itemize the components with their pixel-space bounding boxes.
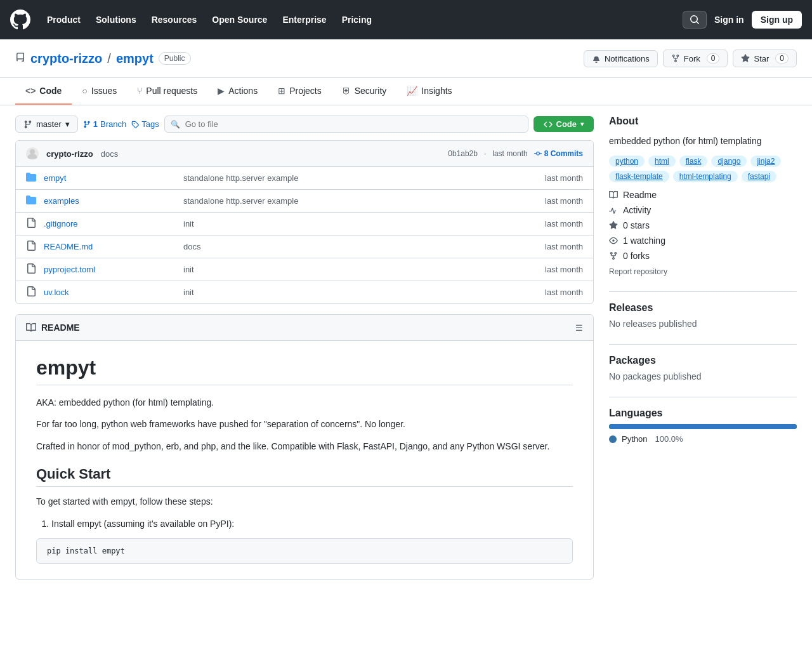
tag-item[interactable]: python: [609, 156, 645, 167]
report-link[interactable]: Report repository: [609, 267, 667, 276]
tab-code[interactable]: <> Code: [15, 78, 72, 105]
fork-count: 0: [707, 53, 720, 63]
forks-stat: 0 forks: [609, 251, 797, 261]
folder-icon: [26, 172, 39, 184]
content-area: master ▾ 1 Branch Tags 🔍 Co: [15, 116, 594, 580]
file-name-link[interactable]: uv.lock: [44, 288, 183, 297]
notifications-button[interactable]: Notifications: [584, 50, 658, 67]
file-name-link[interactable]: empyt: [44, 173, 183, 183]
github-logo[interactable]: [10, 10, 30, 30]
commit-user: crypto-rizzo: [46, 149, 93, 159]
no-releases: No releases published: [609, 319, 797, 329]
tag-item[interactable]: html-templating: [673, 171, 738, 182]
sidebar: About embedded python (for html) templat…: [609, 116, 797, 580]
nav-open-source[interactable]: Open Source: [206, 10, 273, 30]
table-row: empyt standalone http.server example las…: [16, 167, 593, 190]
sidebar-about: About embedded python (for html) templat…: [609, 116, 797, 276]
tag-item[interactable]: html: [648, 156, 676, 167]
folder-icon: [26, 195, 39, 207]
insights-icon: 📈: [407, 86, 417, 96]
divider-1: [609, 291, 797, 292]
about-desc: embedded python (for html) templating: [609, 135, 797, 148]
readme-link-label: Readme: [623, 190, 657, 200]
tag-item[interactable]: django: [711, 156, 747, 167]
nav-product[interactable]: Product: [41, 10, 87, 30]
main-content: master ▾ 1 Branch Tags 🔍 Co: [0, 105, 812, 590]
issues-icon: ○: [82, 86, 87, 96]
file-name-link[interactable]: examples: [44, 196, 183, 206]
code-btn-chevron: ▾: [580, 121, 584, 128]
repo-owner-link[interactable]: crypto-rizzo: [30, 51, 102, 66]
file-name-link[interactable]: .gitignore: [44, 219, 183, 229]
about-title: About: [609, 116, 797, 127]
file-icon: [26, 218, 39, 230]
readme-content: empyt AKA: embedded python (for html) te…: [16, 341, 593, 579]
readme-step-1: Install empyt (assuming it's available o…: [51, 517, 573, 531]
search-icon: 🔍: [171, 120, 180, 129]
tab-security[interactable]: ⛨ Security: [332, 78, 397, 105]
nav-resources[interactable]: Resources: [145, 10, 204, 30]
commit-avatar: [26, 147, 39, 160]
file-commit-msg: init: [183, 219, 520, 229]
readme-section: README ☰ empyt AKA: embedded python (for…: [15, 314, 594, 580]
activity-link[interactable]: Activity: [609, 205, 797, 215]
file-name-link[interactable]: README.md: [44, 242, 183, 251]
tab-pull-requests[interactable]: ⑂ Pull requests: [127, 78, 207, 105]
fork-label: Fork: [684, 54, 700, 63]
tab-issues[interactable]: ○ Issues: [72, 78, 127, 105]
code-btn-label: Code: [556, 119, 577, 129]
tag-item[interactable]: flask-template: [609, 171, 669, 182]
stars-stat: 0 stars: [609, 220, 797, 230]
divider-3: [609, 397, 797, 397]
file-search-input[interactable]: [164, 116, 528, 133]
notifications-label: Notifications: [605, 54, 650, 63]
python-bar-fill: [609, 424, 797, 429]
stars-label: 0 stars: [623, 220, 650, 230]
signup-button[interactable]: Sign up: [752, 11, 802, 29]
tags-link[interactable]: Tags: [131, 119, 159, 129]
file-search-wrapper: 🔍: [164, 116, 528, 133]
tab-projects[interactable]: ⊞ Projects: [268, 78, 332, 105]
repo-icon: [15, 51, 25, 66]
file-table-header: crypto-rizzo docs 0b1ab2b · last month 8…: [16, 141, 593, 167]
readme-link[interactable]: Readme: [609, 190, 797, 200]
file-time: last month: [520, 173, 583, 183]
search-button[interactable]: [683, 11, 707, 29]
file-commit-msg: init: [183, 288, 520, 297]
commits-link[interactable]: 8 Commits: [534, 149, 583, 158]
tab-insights[interactable]: 📈 Insights: [396, 78, 462, 105]
branch-chevron: ▾: [65, 119, 70, 129]
fork-button[interactable]: Fork 0: [663, 50, 728, 67]
file-commit-msg: standalone http.server example: [183, 196, 520, 206]
tag-item[interactable]: fastapi: [742, 171, 776, 182]
branch-selector[interactable]: master ▾: [15, 116, 78, 133]
nav-solutions[interactable]: Solutions: [89, 10, 143, 30]
branch-meta: 1 Branch Tags: [83, 119, 159, 129]
readme-p3: Crafted in honor of mod_python, erb, and…: [36, 439, 573, 453]
readme-menu-button[interactable]: ☰: [575, 323, 583, 333]
nav-pricing[interactable]: Pricing: [336, 10, 378, 30]
file-commit-msg: init: [183, 265, 520, 274]
file-time: last month: [520, 242, 583, 251]
file-icon: [26, 263, 39, 275]
tag-item[interactable]: jinja2: [750, 156, 781, 167]
actions-icon: ▶: [218, 86, 225, 96]
packages-title: Packages: [609, 355, 797, 366]
star-button[interactable]: Star 0: [733, 50, 797, 67]
branch-count-link[interactable]: 1 Branch: [83, 119, 126, 129]
table-row: examples standalone http.server example …: [16, 190, 593, 213]
file-name-link[interactable]: pyproject.toml: [44, 265, 183, 274]
top-nav-right: Sign in Sign up: [683, 11, 802, 29]
file-time: last month: [520, 265, 583, 274]
tab-actions[interactable]: ▶ Actions: [207, 78, 268, 105]
readme-h2: Quick Start: [36, 466, 573, 487]
table-row: pyproject.toml init last month: [16, 258, 593, 281]
language-bar: [609, 424, 797, 429]
code-dropdown-button[interactable]: Code ▾: [534, 116, 594, 132]
table-row: README.md docs last month: [16, 235, 593, 258]
file-icon: [26, 241, 39, 253]
signin-link[interactable]: Sign in: [714, 15, 744, 25]
tag-item[interactable]: flask: [679, 156, 708, 167]
nav-enterprise[interactable]: Enterprise: [276, 10, 332, 30]
repo-name-link[interactable]: empyt: [116, 51, 154, 66]
